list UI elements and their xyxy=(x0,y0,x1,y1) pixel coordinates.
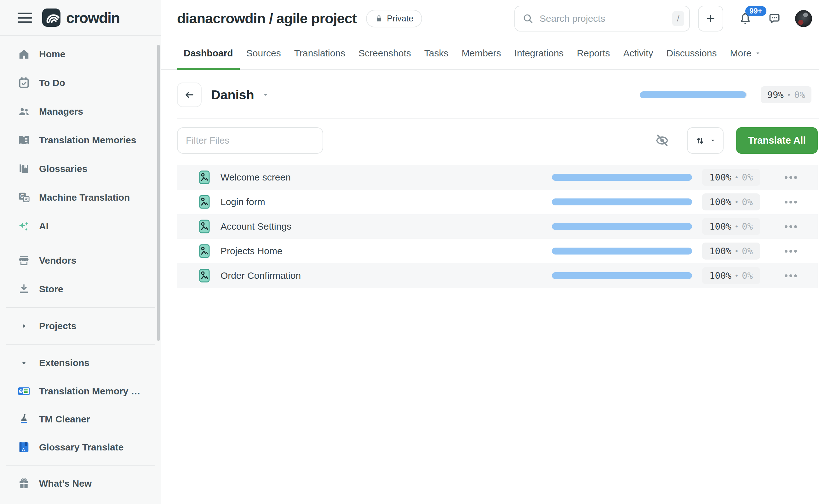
sidebar-item-glossaries[interactable]: Glossaries xyxy=(0,154,161,183)
search-icon xyxy=(523,13,533,24)
screenshot-file-icon xyxy=(199,269,210,283)
search-input[interactable] xyxy=(539,13,672,24)
file-name: Login form xyxy=(221,197,265,207)
tab-members[interactable]: Members xyxy=(455,37,508,69)
managers-icon xyxy=(17,106,31,117)
menu-icon[interactable] xyxy=(18,13,32,23)
chevron-down-icon xyxy=(710,137,716,144)
language-dropdown-caret[interactable] xyxy=(262,91,269,99)
file-row-projects-home[interactable]: Projects Home 100% • 0% xyxy=(177,239,818,263)
privacy-badge-label: Private xyxy=(387,14,413,24)
tab-reports[interactable]: Reports xyxy=(570,37,616,69)
tab-sources[interactable]: Sources xyxy=(240,37,288,69)
file-row-order-confirmation[interactable]: Order Confirmation 100% • 0% xyxy=(177,263,818,288)
sidebar-item-managers[interactable]: Managers xyxy=(0,97,161,126)
sidebar-item-glossary-translate[interactable]: A Glossary Translate xyxy=(0,433,161,461)
toggle-hidden-files-button[interactable] xyxy=(655,133,669,148)
tm-generator-icon xyxy=(17,385,31,398)
file-progress: 100% • 0% xyxy=(552,218,818,235)
storefront-icon xyxy=(17,255,31,266)
back-button[interactable] xyxy=(177,83,202,107)
sidebar-header: crowdin xyxy=(0,0,161,35)
file-progress-badge: 100% • 0% xyxy=(702,169,760,186)
sidebar-divider xyxy=(6,344,155,345)
filter-files-input[interactable] xyxy=(177,127,323,154)
sidebar-item-projects[interactable]: Projects xyxy=(0,312,161,340)
tab-dashboard[interactable]: Dashboard xyxy=(177,37,240,69)
tab-translations[interactable]: Translations xyxy=(288,37,352,69)
sidebar-scrollbar[interactable] xyxy=(157,45,160,341)
sidebar-spacer xyxy=(0,240,161,246)
language-progress-fill xyxy=(640,91,746,98)
sidebar-item-home[interactable]: Home xyxy=(0,40,161,68)
sidebar-item-translation-memories[interactable]: Translation Memories xyxy=(0,126,161,154)
file-progress-badge: 100% • 0% xyxy=(702,218,760,235)
file-progress-badge: 100% • 0% xyxy=(702,243,760,260)
ai-sparkles-icon xyxy=(17,220,31,232)
file-progress-bar xyxy=(552,248,692,255)
topbar: dianacrowdin / agile project Private / xyxy=(161,0,819,37)
screenshot-file-icon xyxy=(199,170,210,184)
sidebar-item-tm-cleaner[interactable]: TM Cleaner xyxy=(0,405,161,433)
sidebar-item-machine-translation[interactable]: G Machine Translation xyxy=(0,183,161,212)
project-tabs: Dashboard Sources Translations Screensho… xyxy=(161,37,819,70)
plus-icon xyxy=(705,13,716,24)
sidebar-item-tm-generator[interactable]: Translation Memory Gene… xyxy=(0,377,161,405)
tab-activity[interactable]: Activity xyxy=(616,37,660,69)
file-menu-button[interactable] xyxy=(785,274,797,277)
file-progress: 100% • 0% xyxy=(552,193,818,210)
sidebar-item-whats-new[interactable]: What's New xyxy=(0,469,161,497)
file-menu-button[interactable] xyxy=(785,225,797,228)
file-menu-button[interactable] xyxy=(785,176,797,179)
file-row-login-form[interactable]: Login form 100% • 0% xyxy=(177,190,818,214)
file-progress: 100% • 0% xyxy=(552,267,818,284)
search-box: / xyxy=(514,6,690,31)
sidebar-item-extensions[interactable]: Extensions xyxy=(0,348,161,377)
file-name: Account Settings xyxy=(221,221,291,232)
language-progress-bar xyxy=(640,91,747,98)
notifications-button[interactable]: 99+ xyxy=(738,12,752,26)
search-shortcut-hint: / xyxy=(672,11,684,26)
sidebar-item-todo[interactable]: To Do xyxy=(0,68,161,97)
translate-all-button[interactable]: Translate All xyxy=(736,127,818,154)
language-panel: Danish 99% • 0% xyxy=(161,70,819,504)
eye-off-icon xyxy=(655,133,669,148)
gift-icon xyxy=(17,478,31,490)
file-menu-button[interactable] xyxy=(785,250,797,253)
sidebar-item-ai[interactable]: AI xyxy=(0,212,161,240)
tab-more[interactable]: More xyxy=(723,37,767,69)
create-project-button[interactable] xyxy=(698,6,723,31)
topbar-actions: / 99+ xyxy=(514,6,812,31)
file-name: Welcome screen xyxy=(221,172,291,183)
crowdin-logo[interactable]: crowdin xyxy=(42,9,120,27)
file-progress: 100% • 0% xyxy=(552,169,818,186)
file-progress-badge: 100% • 0% xyxy=(702,267,760,284)
file-row-welcome-screen[interactable]: Welcome screen 100% • 0% xyxy=(177,165,818,190)
file-progress: 100% • 0% xyxy=(552,243,818,260)
sidebar-item-store[interactable]: Store xyxy=(0,275,161,303)
tab-discussions[interactable]: Discussions xyxy=(660,37,723,69)
file-progress-bar xyxy=(552,174,692,181)
triangle-down-icon xyxy=(17,359,31,366)
file-row-account-settings[interactable]: Account Settings 100% • 0% xyxy=(177,214,818,239)
messages-button[interactable] xyxy=(767,12,781,25)
tab-tasks[interactable]: Tasks xyxy=(418,37,455,69)
sidebar-item-vendors[interactable]: Vendors xyxy=(0,246,161,275)
tab-integrations[interactable]: Integrations xyxy=(508,37,570,69)
file-name: Projects Home xyxy=(221,246,283,256)
file-menu-button[interactable] xyxy=(785,201,797,203)
download-icon xyxy=(17,283,31,295)
chevron-down-icon xyxy=(755,50,761,56)
avatar[interactable] xyxy=(795,10,812,27)
lock-icon xyxy=(375,14,383,23)
screenshot-file-icon xyxy=(199,195,210,209)
language-header: Danish 99% • 0% xyxy=(161,83,819,107)
sort-button[interactable] xyxy=(687,127,724,154)
sidebar-divider xyxy=(6,307,155,308)
toolbar-actions: Translate All xyxy=(655,127,818,154)
sidebar: crowdin Home To Do xyxy=(0,0,161,504)
svg-text:A: A xyxy=(22,447,25,452)
approved-percent: 0% xyxy=(794,89,805,100)
sidebar-item-help-support[interactable]: ? Help & Support xyxy=(0,497,161,504)
tab-screenshots[interactable]: Screenshots xyxy=(352,37,418,69)
